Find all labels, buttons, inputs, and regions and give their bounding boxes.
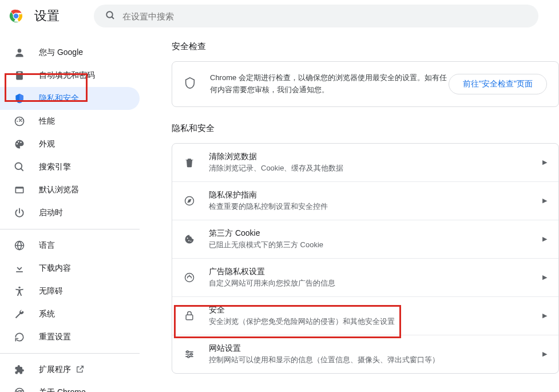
chrome-icon xyxy=(14,387,25,392)
item-ad-privacy[interactable]: 广告隐私权设置 自定义网站可用来向您投放广告的信息 ▶ xyxy=(172,258,558,296)
main-content: 安全检查 Chrome 会定期进行检查，以确保您的浏览器使用最安全的设置。如有任… xyxy=(149,32,559,392)
chevron-right-icon: ▶ xyxy=(542,312,547,319)
svg-point-10 xyxy=(15,163,22,170)
safety-check-text: Chrome 会定期进行检查，以确保您的浏览器使用最安全的设置。如有任何内容需要… xyxy=(210,72,449,96)
sliders-icon xyxy=(184,349,195,360)
chevron-right-icon: ▶ xyxy=(542,350,547,358)
item-site-settings[interactable]: 网站设置 控制网站可以使用和显示的信息（位置信息、摄像头、弹出式窗口等） ▶ xyxy=(172,335,558,373)
nav-performance[interactable]: 性能 xyxy=(0,110,140,133)
autofill-icon xyxy=(14,70,25,81)
accessibility-icon xyxy=(14,286,25,297)
trash-icon xyxy=(184,157,195,168)
nav-extensions[interactable]: 扩展程序 xyxy=(0,358,140,381)
item-security[interactable]: 安全 安全浏览（保护您免受危险网站的侵害）和其他安全设置 ▶ xyxy=(172,296,558,335)
svg-point-3 xyxy=(106,11,113,18)
svg-point-2 xyxy=(14,14,19,19)
svg-point-20 xyxy=(188,240,189,241)
search-icon xyxy=(105,10,116,22)
svg-point-5 xyxy=(18,49,22,53)
svg-point-7 xyxy=(17,143,18,145)
speedometer-icon xyxy=(14,116,25,127)
nav-about-chrome[interactable]: 关于 Chrome xyxy=(0,381,140,392)
page-title: 设置 xyxy=(34,7,60,25)
nav-accessibility[interactable]: 无障碍 xyxy=(0,280,140,303)
svg-rect-13 xyxy=(16,189,23,193)
nav-reset[interactable]: 重置设置 xyxy=(0,326,140,349)
nav-languages[interactable]: 语言 xyxy=(0,234,140,257)
nav-system[interactable]: 系统 xyxy=(0,303,140,326)
power-icon xyxy=(14,207,25,219)
nav-privacy-security[interactable]: 隐私和安全 xyxy=(0,87,140,110)
chevron-right-icon: ▶ xyxy=(542,159,547,166)
nav-you-and-google[interactable]: 您与 Google xyxy=(0,41,140,64)
svg-rect-23 xyxy=(186,315,193,319)
lock-icon xyxy=(184,310,195,322)
sidebar: 您与 Google 自动填充和密码 隐私和安全 性能 外观 搜索引擎 默认浏览器 xyxy=(0,32,149,392)
item-privacy-guide[interactable]: 隐私保护指南 检查重要的隐私控制设置和安全控件 ▶ xyxy=(172,181,558,220)
privacy-card: 清除浏览数据 清除浏览记录、Cookie、缓存及其他数据 ▶ 隐私保护指南 检查… xyxy=(172,143,559,374)
divider xyxy=(0,229,140,229)
ads-icon xyxy=(184,272,195,283)
privacy-title: 隐私和安全 xyxy=(172,123,559,134)
svg-line-11 xyxy=(21,169,23,171)
nav-downloads[interactable]: 下载内容 xyxy=(0,257,140,280)
puzzle-icon xyxy=(14,364,25,375)
palette-icon xyxy=(14,138,25,150)
safety-check-title: 安全检查 xyxy=(172,41,559,52)
svg-point-22 xyxy=(185,273,194,282)
nav-autofill[interactable]: 自动填充和密码 xyxy=(0,64,140,87)
chevron-right-icon: ▶ xyxy=(542,274,547,281)
globe-icon xyxy=(14,240,25,251)
reset-icon xyxy=(14,331,25,343)
goto-safety-check-button[interactable]: 前往"安全检查"页面 xyxy=(449,74,547,94)
cookie-icon xyxy=(184,233,195,245)
svg-point-21 xyxy=(191,240,192,241)
svg-point-29 xyxy=(188,355,189,357)
nav-default-browser[interactable]: 默认浏览器 xyxy=(0,179,140,201)
shield-icon xyxy=(14,93,25,104)
item-third-party-cookies[interactable]: 第三方 Cookie 已阻止无痕模式下的第三方 Cookie ▶ xyxy=(172,220,558,258)
svg-point-19 xyxy=(187,237,188,239)
svg-point-28 xyxy=(191,353,192,355)
divider xyxy=(0,353,140,354)
svg-point-27 xyxy=(187,351,188,353)
search-bar[interactable] xyxy=(94,5,538,27)
svg-point-9 xyxy=(20,141,22,143)
shield-icon xyxy=(184,77,196,91)
nav-search-engine[interactable]: 搜索引擎 xyxy=(0,156,140,179)
wrench-icon xyxy=(14,308,25,320)
nav-appearance[interactable]: 外观 xyxy=(0,133,140,156)
chevron-right-icon: ▶ xyxy=(542,197,547,204)
person-icon xyxy=(14,47,25,58)
svg-point-15 xyxy=(18,287,20,288)
item-clear-browsing-data[interactable]: 清除浏览数据 清除浏览记录、Cookie、缓存及其他数据 ▶ xyxy=(172,144,558,181)
top-header: 设置 xyxy=(0,0,559,32)
safety-check-card: Chrome 会定期进行检查，以确保您的浏览器使用最安全的设置。如有任何内容需要… xyxy=(172,61,559,107)
search-icon xyxy=(14,161,25,173)
svg-point-8 xyxy=(18,141,19,143)
compass-icon xyxy=(184,195,195,207)
external-link-icon xyxy=(76,365,85,375)
nav-on-startup[interactable]: 启动时 xyxy=(0,201,140,224)
chevron-right-icon: ▶ xyxy=(542,235,547,243)
svg-line-4 xyxy=(112,17,114,19)
search-input[interactable] xyxy=(122,11,527,21)
download-icon xyxy=(14,263,25,274)
browser-icon xyxy=(14,184,25,196)
chrome-logo-icon xyxy=(9,9,23,23)
